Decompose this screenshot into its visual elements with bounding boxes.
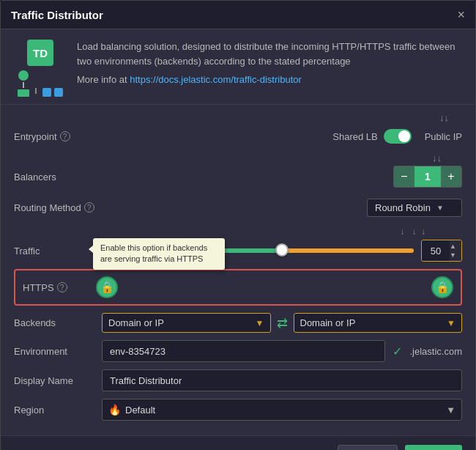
backends-left-placeholder: Domain or IP	[108, 317, 164, 328]
routing-label: Routing Method ?	[14, 202, 102, 213]
https-lock-left[interactable]: 🔒	[96, 276, 118, 298]
display-name-input[interactable]	[102, 369, 462, 391]
backends-label: Backends	[14, 317, 102, 328]
backends-left-dropdown[interactable]: Domain or IP ▼	[102, 313, 271, 333]
routing-dropdown[interactable]: Round Robin ▼	[367, 199, 462, 217]
public-ip-label: Public IP	[425, 131, 462, 142]
node-square	[18, 89, 29, 97]
display-name-content	[102, 369, 462, 391]
connector-line	[35, 88, 37, 94]
node-box-left	[18, 70, 29, 97]
td-badge: TD	[27, 40, 53, 66]
traffic-row: Traffic Enable this option if backends a…	[14, 240, 462, 262]
node-circle	[18, 70, 29, 81]
td-icon-nodes	[18, 70, 63, 97]
arrows-below-entrypoint: ↓↓	[14, 152, 462, 163]
traffic-right-input[interactable]: 50 ▲ ▼	[421, 240, 462, 262]
environment-row: Environment ✓ .jelastic.com	[14, 340, 462, 362]
td-icon-wrap: TD	[14, 40, 67, 97]
dialog-footer: Cancel Install	[1, 435, 475, 450]
balancers-row: Balancers − 1 +	[14, 165, 462, 188]
environment-content: ✓ .jelastic.com	[102, 340, 462, 362]
display-name-label: Display Name	[14, 375, 102, 386]
entrypoint-help-icon[interactable]: ?	[60, 131, 70, 141]
balancers-content: − 1 +	[102, 166, 462, 188]
cancel-button[interactable]: Cancel	[338, 445, 398, 450]
close-button[interactable]: ×	[457, 8, 465, 21]
shared-lb-group: Shared LB	[332, 129, 411, 144]
shared-lb-label: Shared LB	[332, 131, 377, 142]
environment-input[interactable]	[102, 340, 385, 362]
https-section: HTTPS ? 🔒 🔒	[14, 269, 462, 306]
more-info-text: More info at https://docs.jelastic.com/t…	[77, 73, 462, 87]
node-icon-group	[42, 88, 63, 97]
arrows-above-entrypoint: ↓↓	[14, 112, 462, 123]
node-box-right1	[42, 88, 51, 97]
swap-icon[interactable]: ⇄	[277, 315, 288, 331]
routing-row: Routing Method ? Round Robin ▼	[14, 196, 462, 219]
balancers-value: 1	[414, 166, 441, 187]
traffic-right-value: 50	[422, 240, 450, 261]
traffic-right-up-btn[interactable]: ▲ ▼	[450, 240, 461, 261]
backends-right-placeholder: Domain or IP	[300, 317, 356, 328]
arrows-below-routing: ↓ ↓ ↓	[14, 226, 462, 237]
traffic-section: Traffic Enable this option if backends a…	[14, 240, 462, 262]
region-icon: 🔥	[108, 404, 121, 416]
https-content: 🔒 🔒	[96, 276, 453, 298]
backends-left-arrow: ▼	[256, 318, 264, 328]
slider-thumb	[275, 243, 289, 257]
balancers-minus-btn[interactable]: −	[394, 166, 414, 187]
dialog-header: TD Load balancing solu	[1, 29, 475, 105]
backends-row: Backends Domain or IP ▼ ⇄ Domain or IP ▼	[14, 313, 462, 333]
public-ip-group: Public IP	[425, 131, 462, 142]
entrypoint-controls: Shared LB Public IP	[102, 129, 462, 144]
routing-dropdown-arrow: ▼	[436, 204, 444, 212]
docs-link[interactable]: https://docs.jelastic.com/traffic-distri…	[130, 74, 302, 85]
display-name-row: Display Name	[14, 369, 462, 391]
backends-right-arrow: ▼	[447, 318, 455, 328]
backends-content: Domain or IP ▼ ⇄ Domain or IP ▼	[102, 313, 462, 333]
node-box-right2	[54, 88, 63, 97]
balancers-stepper: − 1 +	[393, 166, 462, 188]
dialog-body: ↓↓ Entrypoint ? Shared LB Public IP	[1, 105, 475, 435]
entrypoint-label: Entrypoint ?	[14, 131, 102, 142]
environment-label: Environment	[14, 346, 102, 357]
region-row: Region 🔥 Default ▼	[14, 399, 462, 421]
entrypoint-row: Entrypoint ? Shared LB Public IP	[14, 125, 462, 148]
balancers-plus-btn[interactable]: +	[441, 166, 461, 187]
traffic-distributor-dialog: Traffic Distributor × TD	[0, 0, 476, 450]
description-text: Load balancing solution, designed to dis…	[77, 40, 462, 68]
routing-help-icon[interactable]: ?	[84, 202, 94, 213]
backends-right-dropdown[interactable]: Domain or IP ▼	[294, 313, 463, 333]
install-button[interactable]: Install	[405, 445, 462, 450]
https-lock-right[interactable]: 🔒	[431, 276, 453, 298]
toggle-knob	[398, 130, 410, 142]
mini-node-1	[42, 88, 51, 97]
balancers-label: Balancers	[14, 171, 102, 182]
shared-lb-toggle[interactable]	[384, 129, 412, 144]
region-select[interactable]: 🔥 Default ▼	[102, 399, 462, 421]
https-label: HTTPS ?	[23, 282, 96, 293]
dialog-description: Load balancing solution, designed to dis…	[77, 40, 462, 92]
region-label: Region	[14, 405, 102, 416]
dialog-title: Traffic Distributor	[11, 9, 103, 21]
check-icon: ✓	[393, 344, 402, 358]
region-value: Default	[125, 405, 155, 416]
mini-node-2	[54, 88, 63, 97]
region-dropdown-arrow: ▼	[446, 405, 455, 416]
dialog-title-bar: Traffic Distributor ×	[1, 1, 475, 29]
domain-suffix: .jelastic.com	[409, 346, 462, 357]
node-line	[23, 82, 24, 88]
traffic-tooltip: Enable this option if backends are servi…	[93, 238, 225, 270]
region-content: 🔥 Default ▼	[102, 399, 462, 421]
https-help-icon[interactable]: ?	[57, 282, 67, 292]
routing-content: Round Robin ▼	[102, 199, 462, 217]
